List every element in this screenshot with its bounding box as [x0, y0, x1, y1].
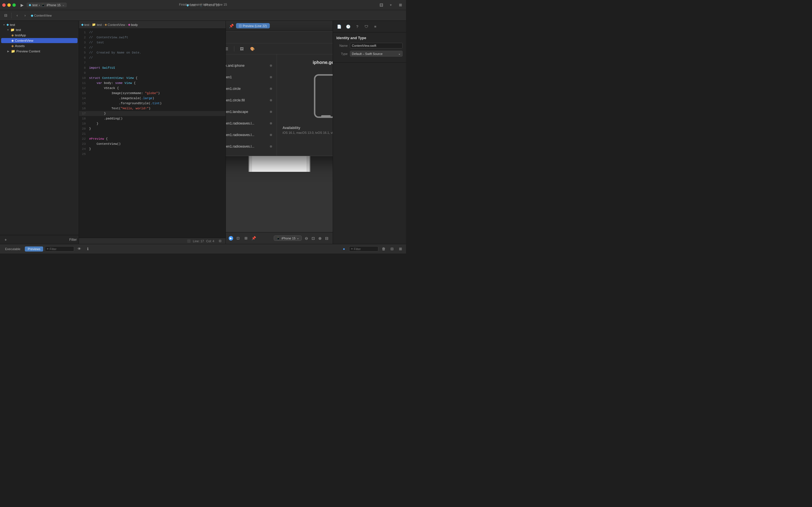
inspector-file-btn[interactable]: 📄 — [335, 22, 343, 31]
sidebar-item-test-root[interactable]: ▾ ◆ test — [1, 22, 78, 27]
bottom-layout2-btn[interactable]: ⊞ — [397, 245, 404, 252]
disclosure-icon2: ▾ — [7, 29, 9, 31]
layout-button[interactable]: ⊞ — [397, 2, 404, 8]
symbol-list: System macbook.and.iphone — [225, 54, 277, 156]
minimize-button[interactable] — [7, 3, 11, 7]
scheme-selector[interactable]: ◆ test › 📱 iPhone 15 ⌄ — [27, 3, 67, 7]
sidebar-item-Assets[interactable]: ◈ Assets — [1, 43, 78, 48]
sidebar-toggle[interactable]: ⊟ — [2, 12, 9, 19]
sidebar-label-PreviewContent: Preview Content — [16, 50, 40, 53]
symbol-item-radio2[interactable]: iphone.gen1.radiowaves.l... — [225, 129, 275, 140]
inspector-type-label: Type — [336, 52, 348, 55]
bottom-trash-btn[interactable]: 🗑 — [380, 245, 387, 252]
sym-name-radio3: iphone.gen1.radiowaves.l... — [225, 145, 254, 149]
editor-code-area[interactable]: 1// 2// ContentView.swift 3// test 4// 5… — [79, 29, 225, 238]
code-line-11: 11 var body: some View { — [79, 80, 225, 86]
sidebar-label-test-folder: test — [16, 28, 21, 32]
maximize-button[interactable] — [12, 3, 16, 7]
filter-input-2: ⌖ — [349, 246, 378, 251]
symbol-item-iphone-gen1-circle[interactable]: iphone.gen1.circle — [225, 83, 275, 94]
symbol-item-iphone-landscape[interactable]: iphone.gen1.landscape — [225, 106, 275, 117]
inspector-type-select[interactable]: Default – Swift Source ⌄ — [350, 51, 403, 57]
chevron-down-icon2: ⌄ — [398, 52, 401, 55]
bc-item3: ContentView — [108, 23, 125, 26]
symbol-toolbar: ⊟ ⊞ ☰ 🖼 🎨 + — [225, 43, 333, 54]
breadcrumb-item1: ContentView — [34, 14, 52, 17]
sidebar-item-PreviewContent[interactable]: ▶ 📁 Preview Content — [1, 49, 78, 54]
add-tab-button[interactable]: + — [388, 2, 394, 8]
nav-forward[interactable]: › — [22, 12, 29, 19]
zoom-out-button[interactable]: ⊖ — [303, 235, 310, 241]
breadcrumb: ◆ ContentView — [31, 13, 52, 17]
main-layout: ▾ ◆ test ▾ 📁 test ◈ testApp ◈ ContentVie… — [0, 21, 406, 244]
device-phone-icon: 📱 — [276, 236, 280, 240]
sym-dot-radio2 — [270, 134, 272, 136]
symbol-item-radio3[interactable]: iphone.gen1.radiowaves.l... — [225, 141, 275, 152]
code-line-25: 25 — [79, 152, 225, 157]
inspector-name-value[interactable]: ContentView.swift — [350, 43, 403, 48]
sym-tb-variant[interactable]: 🎨 — [248, 45, 257, 52]
bottom-eye-btn[interactable]: 👁 — [76, 245, 83, 252]
preview-grid-btn[interactable]: ⊞ — [243, 235, 249, 241]
split-view-button[interactable]: ⊟ — [378, 2, 385, 8]
bottom-layout1-btn[interactable]: ⊟ — [389, 245, 395, 252]
symbol-item-radio1[interactable]: iphone.gen1.radiowaves.l... — [225, 118, 275, 129]
status-line: Line: 17 — [193, 239, 204, 243]
add-item-button[interactable]: + — [2, 236, 9, 243]
tab-previews[interactable]: Previews — [25, 246, 43, 251]
bottom-dot-btn[interactable]: ● — [341, 245, 347, 252]
preview-play-btn[interactable]: ▶ — [229, 236, 233, 240]
build-status: Finished running test on iPhone 15 — [179, 3, 227, 6]
close-button[interactable] — [2, 3, 6, 7]
sidebar-item-ContentView[interactable]: ◈ ContentView — [1, 38, 78, 43]
filter-button[interactable]: Filter — [70, 236, 77, 243]
inspector-name-row: Name ContentView.swift — [336, 43, 403, 48]
code-line-14: 14 .imageScale(.large) — [79, 96, 225, 101]
sidebar-item-testApp[interactable]: ◈ testApp — [1, 33, 78, 38]
inspector-sliders-btn[interactable]: ≡ — [371, 22, 379, 31]
filter-field-2[interactable] — [354, 247, 376, 251]
code-line-16: 16 Text("Hello, world!") — [79, 106, 225, 111]
tab-executable[interactable]: Executable — [2, 246, 23, 251]
code-editor: ◆ test › 📁 test › ◈ ContentView › ◈ body… — [79, 21, 225, 244]
preview-toolbar: 📌 ◫ Preview (Line 22) — [226, 21, 333, 31]
device-selector[interactable]: 📱 iPhone 15 ⌄ — [274, 235, 302, 241]
code-line-18: 18 .padding() — [79, 116, 225, 121]
inspector-clock-btn[interactable]: 🕐 — [344, 22, 352, 31]
inspector-type-value: Default – Swift Source — [352, 52, 383, 55]
inspector-help-btn[interactable]: ? — [353, 22, 361, 31]
sym-tb-layout3[interactable]: ☰ — [225, 45, 231, 52]
code-line-15: 15 .foregroundStyle(.tint) — [79, 101, 225, 106]
svg-rect-14 — [315, 75, 333, 117]
zoom-reset-button[interactable]: ⊟ — [324, 235, 330, 241]
sym-tb-image[interactable]: 🖼 — [237, 45, 246, 52]
preview-stop-btn[interactable]: ⊡ — [235, 235, 241, 241]
preview-line-button[interactable]: ◫ Preview (Line 22) — [236, 23, 270, 29]
code-line-17: 17 } — [79, 111, 225, 116]
zoom-fit-button[interactable]: ⊡ — [310, 235, 316, 241]
bc-item4: body — [131, 23, 138, 26]
sidebar-label-Assets: Assets — [15, 44, 25, 48]
bottom-info-btn[interactable]: ℹ — [84, 245, 91, 252]
pin-button[interactable]: 📌 — [228, 23, 234, 29]
preview-pin-btn[interactable]: 📌 — [251, 235, 257, 241]
symbol-item-iphone-gen1-circle-fill[interactable]: iphone.gen1.circle.fill — [225, 95, 275, 106]
code-line-2: 2// ContentView.swift — [79, 35, 225, 40]
inspector-shield-btn[interactable]: 🛡 — [362, 22, 370, 31]
run-button[interactable]: ▶ — [19, 2, 25, 8]
nav-back[interactable]: ‹ — [14, 12, 20, 19]
code-line-13: 13 Image(systemName: "globe") — [79, 91, 225, 96]
code-line-5: 5// Created by Name on Date. — [79, 50, 225, 55]
sidebar-item-test-folder[interactable]: ▾ 📁 test — [1, 27, 78, 33]
symbol-item-macbook-iphone[interactable]: macbook.and.iphone — [225, 60, 275, 71]
filter-field-1[interactable] — [50, 247, 72, 251]
sidebar-content: ▾ ◆ test ▾ 📁 test ◈ testApp ◈ ContentVie… — [0, 21, 79, 235]
sym-name-iphone-circle: iphone.gen1.circle — [225, 87, 241, 91]
scheme-name: test — [33, 3, 38, 7]
symbol-search-input[interactable] — [225, 35, 333, 40]
symbol-main-area: System macbook.and.iphone — [225, 54, 333, 156]
warnings-button[interactable]: ⊡ — [216, 238, 223, 244]
symbol-item-iphone-gen1[interactable]: iphone.gen1 — [225, 71, 275, 83]
zoom-in-button[interactable]: ⊕ — [317, 235, 323, 241]
swift-icon2: ◈ — [11, 39, 14, 43]
